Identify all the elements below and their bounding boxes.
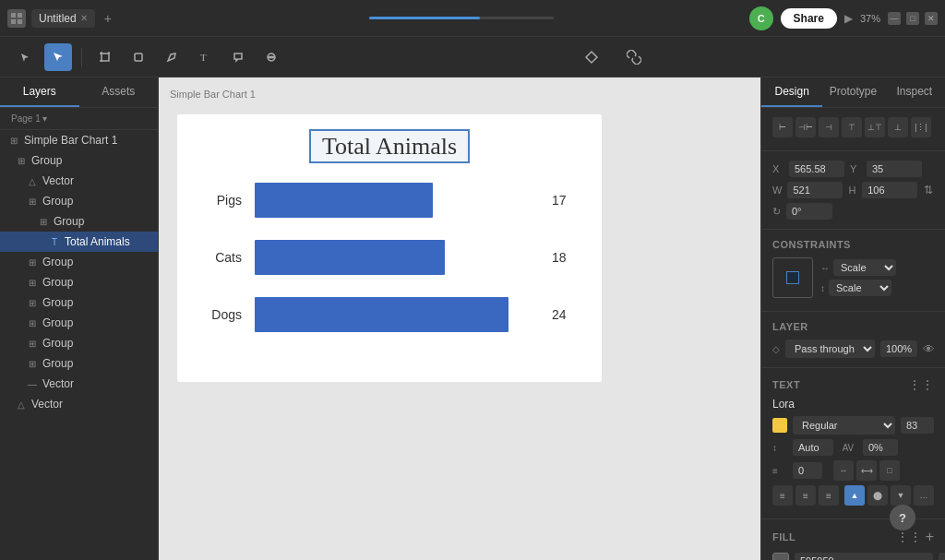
layer-item-group-6[interactable]: ⊞ Group <box>0 292 158 313</box>
layer-item-vector-2[interactable]: — Vector <box>0 374 158 394</box>
letter-spacing-input[interactable] <box>863 439 898 456</box>
frame-tool-btn[interactable] <box>91 43 119 71</box>
tab-prototype[interactable]: Prototype <box>822 77 883 107</box>
y-label: Y <box>850 163 861 174</box>
panel-tabs: Layers Assets <box>0 77 158 108</box>
right-panel: Design Prototype Inspect ⊢ ⊣⊢ ⊣ ⊤ ⊥⊤ ⊥ |… <box>760 77 945 560</box>
layer-item-simple-bar-chart[interactable]: ⊞ Simple Bar Chart 1 <box>0 130 158 150</box>
v-constraint-select[interactable]: Scale Top Bottom Top & Bottom Center <box>829 280 891 296</box>
constraints-section: Constraints ↔ Scale Left Right Left & Ri… <box>761 230 945 312</box>
w-label: W <box>772 185 782 196</box>
visibility-toggle[interactable]: 👁 <box>923 342 935 356</box>
tab-inspect[interactable]: Inspect <box>884 77 945 107</box>
layer-item-group-3[interactable]: ⊞ Group <box>0 211 158 232</box>
align-right-text-btn[interactable]: ≡ <box>819 485 839 506</box>
align-right-icon-btn[interactable]: ⊣ <box>819 117 839 137</box>
layer-item-group-5[interactable]: ⊞ Group <box>0 272 158 292</box>
layer-icon-group-4: ⊞ <box>26 256 39 268</box>
layer-item-group-2[interactable]: ⊞ Group <box>0 191 158 211</box>
font-color-swatch[interactable] <box>772 418 787 433</box>
component-tool-btn[interactable] <box>578 43 605 71</box>
layer-icon-line: — <box>26 377 39 390</box>
layer-item-vector-3[interactable]: △ Vector <box>0 394 158 414</box>
select-tool-btn[interactable] <box>44 43 72 71</box>
opacity-input[interactable] <box>880 340 917 357</box>
toolbar-sep-1 <box>81 48 82 66</box>
lock-ratio-btn[interactable]: ⇅ <box>923 184 934 197</box>
fill-opacity-input[interactable] <box>939 553 945 560</box>
x-input[interactable] <box>789 161 844 177</box>
font-size-input[interactable] <box>901 417 934 434</box>
pen-tool-btn[interactable] <box>158 43 185 71</box>
user-avatar: C <box>749 6 773 30</box>
text-options-btn[interactable]: ⋮⋮ <box>908 377 934 392</box>
svg-rect-0 <box>11 13 16 18</box>
layer-icon-group-3: ⊞ <box>37 215 50 228</box>
x-label: X <box>772 163 784 174</box>
text-tool-btn[interactable]: T <box>191 43 219 71</box>
layer-icon-vector-3: △ <box>15 398 28 411</box>
h-input[interactable] <box>862 182 917 198</box>
text-more-btn[interactable]: … <box>914 485 934 506</box>
play-button[interactable]: ▶ <box>844 12 853 25</box>
w-input[interactable] <box>787 182 843 198</box>
paragraph-spacing-input[interactable] <box>793 462 822 479</box>
fill-options-btn[interactable]: ⋮⋮ <box>896 530 922 544</box>
chart-title-text: Total Animals <box>309 129 470 163</box>
font-style-select[interactable]: Regular Bold Italic Bold Italic <box>793 416 895 435</box>
comment-tool-btn[interactable] <box>224 43 252 71</box>
share-button[interactable]: Share <box>781 8 837 29</box>
layer-item-group-4[interactable]: ⊞ Group <box>0 252 158 272</box>
move-tool-btn[interactable] <box>11 43 39 71</box>
align-left-text-btn[interactable]: ≡ <box>772 485 793 506</box>
layer-item-vector-1[interactable]: △ Vector <box>0 171 158 191</box>
text-width-fixed-btn[interactable]: ⟷ <box>856 460 877 481</box>
text-valign-bottom-btn[interactable]: ▼ <box>891 485 911 506</box>
layer-item-group-8[interactable]: ⊞ Group <box>0 333 158 353</box>
current-tab[interactable]: Untitled ✕ <box>31 9 95 28</box>
shape-tool-btn[interactable] <box>125 43 152 71</box>
wh-row: W H ⇅ <box>772 182 934 198</box>
tab-assets[interactable]: Assets <box>79 77 159 107</box>
layer-item-group-9[interactable]: ⊞ Group <box>0 353 158 374</box>
distribute-h-icon-btn[interactable]: |⋮| <box>911 117 931 137</box>
text-valign-middle-btn[interactable]: ⬤ <box>867 485 888 506</box>
chat-tool-btn[interactable] <box>257 43 285 71</box>
text-width-auto-btn[interactable]: ↔ <box>833 460 854 481</box>
line-height-input[interactable] <box>793 439 833 456</box>
align-top-icon-btn[interactable]: ⊤ <box>842 117 862 137</box>
text-valign-top-btn[interactable]: ▲ <box>844 485 865 506</box>
canvas[interactable]: Simple Bar Chart 1 Total Animals Pigs 17… <box>159 77 760 560</box>
rotate-input[interactable] <box>786 203 832 220</box>
align-bottom-icon-btn[interactable]: ⊥ <box>888 117 908 137</box>
layer-item-group-1[interactable]: ⊞ Group <box>0 150 158 171</box>
align-left-icon-btn[interactable]: ⊢ <box>772 117 793 137</box>
fill-hex-input[interactable] <box>795 553 933 560</box>
rotate-row: ↻ <box>772 203 934 220</box>
tab-design[interactable]: Design <box>761 77 822 107</box>
h-constraint-select[interactable]: Scale Left Right Left & Right Center <box>833 259 896 276</box>
maximize-button[interactable]: □ <box>906 12 919 25</box>
layer-item-total-animals[interactable]: T Total Animals <box>0 232 158 252</box>
tab-close-btn[interactable]: ✕ <box>80 13 88 23</box>
page-selector[interactable]: Page 1 ▾ <box>0 108 158 130</box>
align-middle-v-icon-btn[interactable]: ⊥⊤ <box>865 117 885 137</box>
layers-list: ⊞ Simple Bar Chart 1 ⊞ Group △ Vector ⊞ … <box>0 130 158 560</box>
fill-header: Fill ⋮⋮ + <box>772 529 934 545</box>
link-tool-btn[interactable] <box>620 43 648 71</box>
align-center-h-icon-btn[interactable]: ⊣⊢ <box>795 117 816 137</box>
add-tab-btn[interactable]: + <box>101 11 115 26</box>
align-center-text-btn[interactable]: ≡ <box>795 485 816 506</box>
close-button[interactable]: ✕ <box>925 12 938 25</box>
add-fill-btn[interactable]: + <box>926 529 934 545</box>
svg-rect-2 <box>11 19 16 24</box>
text-width-wrap-btn[interactable]: □ <box>879 460 900 481</box>
fill-color-swatch[interactable] <box>772 553 789 560</box>
minimize-button[interactable]: — <box>888 12 901 25</box>
blend-mode-select[interactable]: Pass through Normal Multiply Screen <box>785 340 875 358</box>
y-input[interactable] <box>867 161 922 177</box>
tab-layers[interactable]: Layers <box>0 77 79 107</box>
help-button[interactable]: ? <box>890 505 915 530</box>
zoom-level[interactable]: 37% <box>860 13 880 24</box>
layer-item-group-7[interactable]: ⊞ Group <box>0 313 158 333</box>
